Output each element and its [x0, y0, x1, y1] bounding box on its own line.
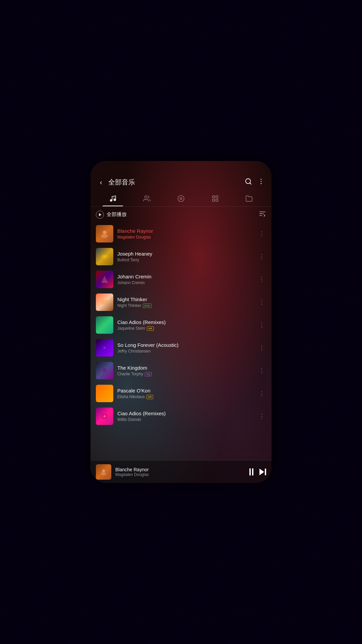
play-all-bar: 全部播放	[90, 207, 272, 222]
tab-albums[interactable]	[164, 192, 198, 206]
quality-badge-dsd: DSD	[143, 304, 152, 308]
svg-rect-12	[212, 199, 214, 201]
pause-button[interactable]	[249, 468, 253, 476]
track-title: Ciao Adios (Remixes)	[117, 319, 253, 325]
list-item[interactable]: Pascale O'Kon Elisha Nikolaus HR ⋮	[90, 382, 272, 405]
svg-point-6	[114, 199, 116, 201]
now-playing-thumbnail	[96, 464, 111, 480]
svg-point-8	[178, 196, 184, 202]
list-item[interactable]: Joseph Heaney Buford Terry ⋮	[90, 245, 272, 268]
svg-rect-11	[216, 196, 218, 198]
track-artist: Johann Cremin	[117, 280, 144, 285]
track-thumbnail	[96, 316, 113, 334]
tab-artists[interactable]	[130, 192, 164, 206]
playback-controls	[249, 468, 266, 476]
quality-badge-hr: HR	[147, 326, 154, 331]
track-more-button[interactable]: ⋮	[257, 412, 266, 421]
svg-point-25	[104, 347, 106, 349]
list-item[interactable]: Ciao Adios (Remixes) Willis Osinski ⋮	[90, 405, 272, 428]
track-title: Ciao Adios (Remixes)	[117, 411, 253, 416]
track-more-button[interactable]: ⋮	[257, 321, 266, 329]
svg-point-20	[104, 256, 106, 258]
track-artist: Charlie Torphy	[117, 372, 143, 376]
svg-marker-27	[101, 390, 108, 396]
track-artist: Willis Osinski	[117, 417, 141, 422]
now-playing-title: Blanche Raynor	[115, 467, 245, 472]
track-more-button[interactable]: ⋮	[257, 275, 266, 284]
track-title: Night Thinker	[117, 297, 253, 302]
track-thumbnail	[96, 339, 113, 357]
svg-point-30	[101, 472, 106, 475]
track-title: The Kingdom	[117, 365, 253, 371]
track-title: Pascale O'Kon	[117, 388, 253, 393]
svg-point-2	[261, 179, 262, 180]
list-item[interactable]: Johann Cremin Johann Cremin ⋮	[90, 268, 272, 291]
svg-point-5	[110, 200, 112, 202]
track-artist: Night Thinker	[117, 303, 141, 308]
play-all-label: 全部播放	[107, 211, 256, 218]
svg-point-22	[103, 301, 106, 304]
svg-line-1	[250, 183, 251, 184]
svg-rect-13	[216, 199, 218, 201]
svg-rect-10	[212, 196, 214, 198]
svg-point-18	[101, 234, 108, 238]
page-title: 全部音乐	[108, 178, 241, 187]
tab-grid[interactable]	[198, 192, 232, 206]
list-item[interactable]: Blanche Raynor Magdalen Douglas ⋮	[90, 222, 272, 245]
svg-point-17	[103, 230, 106, 234]
track-title: So Long Forever (Acoustic)	[117, 342, 253, 348]
list-item[interactable]: The Kingdom Charlie Torphy SQ ⋮	[90, 359, 272, 382]
track-thumbnail	[96, 408, 113, 425]
track-thumbnail	[96, 225, 113, 243]
tab-folders[interactable]	[232, 192, 266, 206]
header: ‹ 全部音乐	[90, 161, 272, 192]
track-thumbnail	[96, 385, 113, 402]
skip-next-button[interactable]	[259, 469, 266, 475]
track-more-button[interactable]: ⋮	[257, 366, 266, 375]
track-artist: Jeffry Christiansen	[117, 349, 150, 354]
list-item[interactable]: So Long Forever (Acoustic) Jeffry Christ…	[90, 336, 272, 359]
svg-point-7	[145, 196, 147, 198]
track-thumbnail	[96, 271, 113, 288]
svg-point-4	[261, 183, 262, 184]
list-item[interactable]: Night Thinker Night Thinker DSD ⋮	[90, 291, 272, 314]
track-artist: Buford Terry	[117, 258, 139, 262]
track-thumbnail	[96, 362, 113, 379]
svg-rect-26	[104, 370, 106, 373]
tab-music[interactable]	[96, 192, 130, 206]
search-icon[interactable]	[245, 178, 252, 187]
quality-badge-hr: HR	[146, 395, 153, 399]
nav-tabs	[90, 192, 272, 207]
back-button[interactable]: ‹	[97, 177, 105, 187]
sort-icon[interactable]	[259, 210, 266, 219]
more-icon[interactable]	[257, 178, 265, 187]
track-title: Blanche Raynor	[117, 228, 253, 234]
track-more-button[interactable]: ⋮	[257, 343, 266, 352]
svg-point-29	[102, 469, 105, 472]
play-all-button[interactable]	[96, 211, 104, 219]
list-item[interactable]: Ciao Adios (Remixes) Jaqueline Stehr HR …	[90, 314, 272, 336]
track-more-button[interactable]: ⋮	[257, 252, 266, 261]
now-playing-bar: Blanche Raynor Magdalen Douglas	[90, 460, 272, 483]
svg-point-9	[180, 198, 182, 200]
svg-point-3	[261, 181, 262, 182]
phone-frame: ‹ 全部音乐	[90, 161, 272, 483]
quality-badge-sq: SQ	[145, 372, 152, 376]
track-title: Joseph Heaney	[117, 251, 253, 257]
now-playing-artist: Magdalen Douglas	[115, 472, 245, 477]
track-more-button[interactable]: ⋮	[257, 298, 266, 307]
track-artist: Jaqueline Stehr	[117, 326, 145, 331]
track-thumbnail	[96, 248, 113, 265]
track-list: Blanche Raynor Magdalen Douglas ⋮	[90, 222, 272, 460]
track-more-button[interactable]: ⋮	[257, 229, 266, 238]
track-thumbnail	[96, 293, 113, 311]
track-title: Johann Cremin	[117, 274, 253, 279]
track-more-button[interactable]: ⋮	[257, 389, 266, 398]
header-actions	[245, 178, 265, 187]
track-artist: Magdalen Douglas	[117, 235, 151, 239]
track-artist: Elisha Nikolaus	[117, 394, 145, 399]
